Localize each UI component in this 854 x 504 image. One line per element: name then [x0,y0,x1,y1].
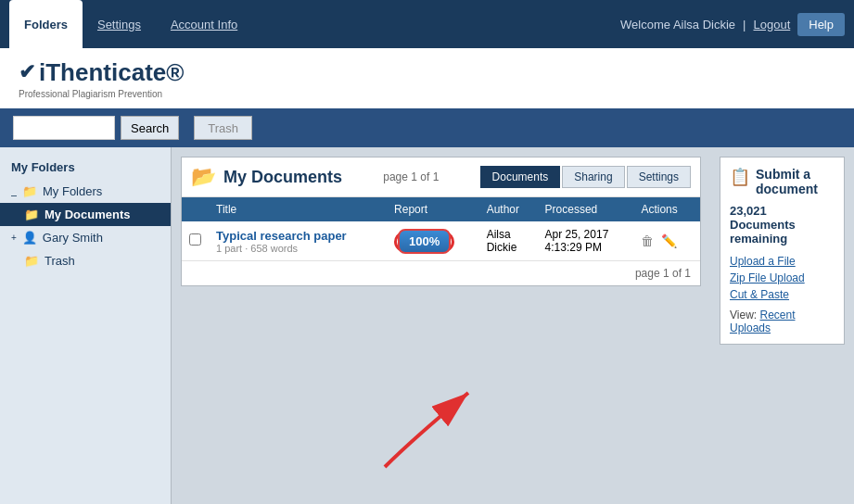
person-icon: 👤 [22,231,37,245]
doc-header: 📂 My Documents page 1 of 1 Documents Sha… [182,158,700,197]
doc-tabs: Documents Sharing Settings [480,166,691,188]
table-row: Typical research paper 1 part · 658 word… [182,221,700,261]
sidebar-item-gary-smith[interactable]: + 👤 Gary Smith [0,226,171,249]
processed-line1: Apr 25, 2017 [545,228,627,241]
trash-action-icon[interactable]: 🗑 [641,233,654,248]
col-checkbox [182,197,209,221]
folder-icon: 📁 [24,208,39,221]
tab-folders[interactable]: Folders [9,0,83,48]
submit-links: Upload a File Zip File Upload Cut & Past… [730,255,835,301]
author-line2: Dickie [487,241,530,254]
table-header-row: Title Report Author Processed Actions [182,197,700,221]
sidebar: My Folders ⎯ 📁 My Folders 📁 My Documents… [0,147,172,504]
documents-panel: 📂 My Documents page 1 of 1 Documents Sha… [181,157,701,286]
search-button[interactable]: Search [121,116,179,140]
col-actions: Actions [633,197,700,221]
nav-right: Welcome Ailsa Dickie | Logout Help [620,13,845,36]
submit-title-text: Submit a document [756,167,835,196]
sidebar-item-my-documents[interactable]: 📁 My Documents [0,203,171,226]
doc-tab-sharing[interactable]: Sharing [562,166,624,188]
tab-settings[interactable]: Settings [83,0,156,48]
logo-area: ✔ iThenticate® Professional Plagiarism P… [0,48,854,108]
sidebar-item-label: My Folders [43,184,102,198]
page-info-bottom: page 1 of 1 [635,267,691,280]
col-title: Title [209,197,387,221]
top-navigation: Folders Settings Account Info Welcome Ai… [0,0,854,48]
sidebar-item-my-folders[interactable]: ⎯ 📁 My Folders [0,180,171,203]
expand-icon: ⎯ [11,186,17,196]
view-label: View: [730,309,757,321]
content-area: 📂 My Documents page 1 of 1 Documents Sha… [172,147,710,504]
trash-button[interactable]: Trash [194,116,252,140]
edit-action-icon[interactable]: ✏️ [661,233,677,248]
sidebar-item-label: Trash [45,254,75,268]
processed-line2: 4:13:29 PM [545,241,627,254]
doc-tab-documents[interactable]: Documents [480,166,561,188]
folder-icon: 📁 [24,254,39,268]
doc-tab-settings[interactable]: Settings [627,166,691,188]
zip-upload-link[interactable]: Zip File Upload [730,271,835,284]
search-input[interactable] [13,116,115,140]
doc-panel-title: My Documents [223,168,342,187]
nav-tabs: Folders Settings Account Info [9,0,252,48]
logo: ✔ iThenticate® Professional Plagiarism P… [19,58,184,99]
report-badge[interactable]: 100% [398,229,451,254]
welcome-text: Welcome Ailsa Dickie [620,18,735,32]
col-processed: Processed [538,197,634,221]
sidebar-item-label: My Documents [45,208,130,221]
submit-box: 📋 Submit a document 23,021 Documents rem… [720,157,845,345]
sidebar-header: My Folders [0,155,171,180]
checkmark-icon: ✔ [19,60,35,84]
logo-name: iThenticate® [39,58,184,87]
expand-icon: + [11,233,17,243]
right-sidebar: 📋 Submit a document 23,021 Documents rem… [710,147,854,504]
doc-folder-icon: 📂 [191,165,216,189]
logout-link[interactable]: Logout [753,18,790,32]
search-bar: Search Trash [0,108,854,147]
tab-account-info[interactable]: Account Info [156,0,252,48]
sidebar-item-label: Gary Smith [43,231,103,245]
doc-row-meta: 1 part · 658 words [216,243,379,254]
doc-row-title[interactable]: Typical research paper [216,229,379,243]
logo-tagline: Professional Plagiarism Prevention [19,89,184,99]
upload-file-link[interactable]: Upload a File [730,255,835,268]
main-layout: My Folders ⎯ 📁 My Folders 📁 My Documents… [0,147,854,504]
table-footer: page 1 of 1 [182,261,700,285]
author-line1: Ailsa [487,228,530,241]
sidebar-item-trash[interactable]: 📁 Trash [0,249,171,272]
report-circle: 100% [394,232,454,252]
cut-paste-link[interactable]: Cut & Paste [730,288,835,301]
folder-icon: 📁 [22,184,37,198]
documents-table: Title Report Author Processed Actions [182,197,700,261]
col-author: Author [479,197,538,221]
content-wrapper: 📂 My Documents page 1 of 1 Documents Sha… [172,147,710,504]
page-info-top: page 1 of 1 [383,170,439,183]
help-button[interactable]: Help [797,13,845,36]
view-section: View: Recent Uploads [730,309,835,334]
submit-icon: 📋 [730,167,750,187]
row-checkbox[interactable] [189,233,201,246]
doc-count: 23,021 Documents remaining [730,204,835,246]
col-report: Report [387,197,479,221]
